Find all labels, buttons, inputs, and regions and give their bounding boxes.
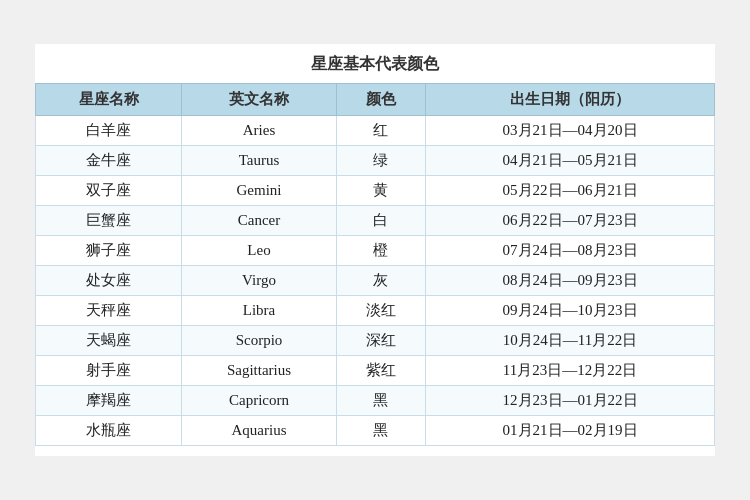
table-row: 射手座Sagittarius紫红11月23日—12月22日 <box>36 356 715 386</box>
cell-color-6: 淡红 <box>336 296 425 326</box>
cell-english-6: Libra <box>182 296 336 326</box>
cell-chinese-8: 射手座 <box>36 356 182 386</box>
cell-dates-5: 08月24日—09月23日 <box>426 266 715 296</box>
table-header-row: 星座名称 英文名称 颜色 出生日期（阳历） <box>36 84 715 116</box>
cell-chinese-6: 天秤座 <box>36 296 182 326</box>
cell-dates-10: 01月21日—02月19日 <box>426 416 715 446</box>
cell-dates-0: 03月21日—04月20日 <box>426 116 715 146</box>
table-row: 天秤座Libra淡红09月24日—10月23日 <box>36 296 715 326</box>
cell-chinese-3: 巨蟹座 <box>36 206 182 236</box>
table-row: 处女座Virgo灰08月24日—09月23日 <box>36 266 715 296</box>
cell-chinese-9: 摩羯座 <box>36 386 182 416</box>
cell-chinese-7: 天蝎座 <box>36 326 182 356</box>
cell-chinese-4: 狮子座 <box>36 236 182 266</box>
cell-dates-3: 06月22日—07月23日 <box>426 206 715 236</box>
cell-color-8: 紫红 <box>336 356 425 386</box>
table-row: 巨蟹座Cancer白06月22日—07月23日 <box>36 206 715 236</box>
cell-chinese-0: 白羊座 <box>36 116 182 146</box>
cell-english-1: Taurus <box>182 146 336 176</box>
cell-chinese-1: 金牛座 <box>36 146 182 176</box>
cell-color-0: 红 <box>336 116 425 146</box>
table-row: 摩羯座Capricorn黑12月23日—01月22日 <box>36 386 715 416</box>
cell-english-2: Gemini <box>182 176 336 206</box>
cell-color-4: 橙 <box>336 236 425 266</box>
table-row: 白羊座Aries红03月21日—04月20日 <box>36 116 715 146</box>
cell-color-2: 黄 <box>336 176 425 206</box>
cell-color-10: 黑 <box>336 416 425 446</box>
table-row: 水瓶座Aquarius黑01月21日—02月19日 <box>36 416 715 446</box>
cell-dates-6: 09月24日—10月23日 <box>426 296 715 326</box>
cell-english-0: Aries <box>182 116 336 146</box>
cell-color-5: 灰 <box>336 266 425 296</box>
header-dates: 出生日期（阳历） <box>426 84 715 116</box>
header-color: 颜色 <box>336 84 425 116</box>
cell-dates-4: 07月24日—08月23日 <box>426 236 715 266</box>
cell-color-7: 深红 <box>336 326 425 356</box>
cell-color-9: 黑 <box>336 386 425 416</box>
cell-english-10: Aquarius <box>182 416 336 446</box>
main-container: 星座基本代表颜色 星座名称 英文名称 颜色 出生日期（阳历） 白羊座Aries红… <box>35 44 715 456</box>
cell-chinese-5: 处女座 <box>36 266 182 296</box>
table-row: 天蝎座Scorpio深红10月24日—11月22日 <box>36 326 715 356</box>
table-row: 双子座Gemini黄05月22日—06月21日 <box>36 176 715 206</box>
cell-dates-9: 12月23日—01月22日 <box>426 386 715 416</box>
cell-chinese-2: 双子座 <box>36 176 182 206</box>
cell-dates-2: 05月22日—06月21日 <box>426 176 715 206</box>
cell-english-4: Leo <box>182 236 336 266</box>
cell-chinese-10: 水瓶座 <box>36 416 182 446</box>
cell-english-3: Cancer <box>182 206 336 236</box>
cell-english-5: Virgo <box>182 266 336 296</box>
cell-english-7: Scorpio <box>182 326 336 356</box>
header-english-name: 英文名称 <box>182 84 336 116</box>
cell-english-8: Sagittarius <box>182 356 336 386</box>
header-chinese-name: 星座名称 <box>36 84 182 116</box>
cell-dates-8: 11月23日—12月22日 <box>426 356 715 386</box>
cell-english-9: Capricorn <box>182 386 336 416</box>
cell-color-3: 白 <box>336 206 425 236</box>
zodiac-table: 星座名称 英文名称 颜色 出生日期（阳历） 白羊座Aries红03月21日—04… <box>35 83 715 446</box>
cell-dates-1: 04月21日—05月21日 <box>426 146 715 176</box>
table-row: 狮子座Leo橙07月24日—08月23日 <box>36 236 715 266</box>
page-title: 星座基本代表颜色 <box>35 54 715 75</box>
cell-dates-7: 10月24日—11月22日 <box>426 326 715 356</box>
cell-color-1: 绿 <box>336 146 425 176</box>
table-row: 金牛座Taurus绿04月21日—05月21日 <box>36 146 715 176</box>
